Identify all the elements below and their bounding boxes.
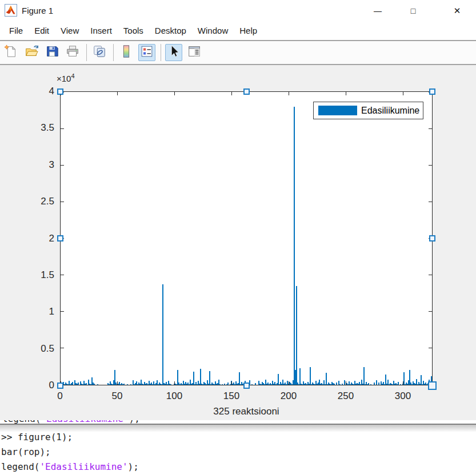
selection-handle[interactable] bbox=[429, 235, 435, 241]
maximize-button[interactable]: □ bbox=[401, 0, 426, 22]
x-tick-mark-top bbox=[346, 92, 346, 95]
bar-series-segment bbox=[296, 286, 297, 385]
console-code-line-2: bar(rop); bbox=[0, 445, 476, 460]
menu-item-desktop[interactable]: Desktop bbox=[149, 22, 192, 40]
selection-handle[interactable] bbox=[243, 383, 250, 389]
code-text: legend( bbox=[1, 461, 39, 472]
legend-color-swatch bbox=[318, 106, 357, 115]
menu-bar: FileEditViewInsertToolsDesktopWindowHelp bbox=[0, 22, 476, 40]
bar-series-segment bbox=[403, 372, 404, 385]
bar-series-segment bbox=[336, 383, 337, 385]
console-code-line-1: >> figure(1); bbox=[0, 430, 476, 445]
menu-item-help[interactable]: Help bbox=[234, 22, 263, 40]
y-tick-mark bbox=[61, 348, 64, 348]
toolbar-print-figure-button[interactable] bbox=[64, 44, 81, 61]
bar-series-segment bbox=[374, 383, 374, 385]
bar-series-segment bbox=[310, 367, 310, 385]
selection-handle[interactable] bbox=[57, 88, 63, 95]
code-string-literal: 'Edasiliikumine' bbox=[39, 461, 127, 472]
bar-series-segment bbox=[376, 380, 377, 385]
selection-handle[interactable] bbox=[57, 383, 63, 389]
y-tick-label: 2.5 bbox=[26, 196, 54, 207]
figure-window: Figure 1 — □ ✕ ➥ FileEditViewInsertTools… bbox=[0, 0, 476, 475]
bar-series-segment bbox=[363, 367, 364, 385]
legend-entry-label: Edasiliikumine bbox=[361, 106, 419, 116]
x-axis-label: 325 reaktsiooni bbox=[60, 406, 433, 417]
x-tick-label: 50 bbox=[97, 391, 137, 402]
y-tick-mark-right bbox=[429, 275, 432, 275]
toolbar-new-figure-button[interactable] bbox=[2, 44, 19, 61]
close-button[interactable]: ✕ bbox=[445, 0, 470, 22]
bar-series-segment bbox=[86, 383, 86, 385]
matlab-logo-icon bbox=[5, 4, 17, 17]
bar-series-segment bbox=[127, 384, 127, 385]
toolbar-edit-plot-button[interactable] bbox=[165, 44, 182, 61]
y-tick-label: 0.5 bbox=[26, 343, 54, 355]
bar-series-segment bbox=[398, 382, 398, 385]
y-tick-label: 3.5 bbox=[26, 122, 54, 134]
bar-series-segment bbox=[255, 383, 255, 385]
toolbar-separator bbox=[86, 44, 87, 61]
menu-item-view[interactable]: View bbox=[55, 22, 85, 40]
bar-series-segment bbox=[251, 384, 252, 385]
x-tick-label: 150 bbox=[211, 391, 251, 402]
x-tick-mark bbox=[117, 381, 118, 385]
y-tick-label: 3 bbox=[26, 159, 54, 171]
y-tick-label: 4 bbox=[26, 86, 54, 97]
menu-item-window[interactable]: Window bbox=[192, 22, 234, 40]
selection-handle[interactable] bbox=[243, 88, 250, 95]
minimize-button[interactable]: — bbox=[365, 0, 390, 22]
x-tick-label: 300 bbox=[383, 391, 423, 402]
bar-series-segment bbox=[334, 384, 334, 385]
selection-handle[interactable] bbox=[57, 235, 63, 241]
code-text: ); bbox=[128, 461, 139, 472]
selection-handle[interactable] bbox=[428, 381, 437, 390]
y-tick-label: 1.5 bbox=[26, 269, 54, 281]
bar-series-segment bbox=[123, 384, 124, 385]
save-icon bbox=[45, 44, 59, 61]
selection-handle[interactable] bbox=[429, 88, 435, 95]
toolbar-insert-legend-button[interactable] bbox=[138, 44, 155, 61]
x-tick-mark-top bbox=[231, 92, 232, 95]
bar-series-segment bbox=[339, 384, 340, 385]
bar-series-segment bbox=[193, 372, 194, 385]
axes-plot-area[interactable] bbox=[60, 91, 433, 385]
toolbar-insert-colorbar-button[interactable] bbox=[118, 44, 135, 61]
legend-icon bbox=[139, 44, 154, 61]
bar-series-segment bbox=[209, 371, 210, 385]
toolbar-link-plot-button[interactable] bbox=[91, 44, 108, 61]
menu-item-insert[interactable]: Insert bbox=[85, 22, 118, 40]
bar-series-segment bbox=[162, 284, 163, 385]
menu-item-tools[interactable]: Tools bbox=[118, 22, 149, 40]
command-window[interactable]: >> figure(1);bar(rop);legend('Edasiliiku… bbox=[0, 425, 476, 475]
bar-series-segment bbox=[94, 384, 94, 385]
bar-series-segment bbox=[200, 369, 201, 385]
toolbar bbox=[0, 41, 476, 64]
y-tick-mark bbox=[61, 311, 64, 312]
bar-series-segment bbox=[170, 384, 171, 385]
y-tick-mark bbox=[61, 202, 64, 202]
bar-series-segment bbox=[344, 380, 345, 385]
y-tick-mark-right bbox=[429, 311, 432, 312]
x-tick-label: 0 bbox=[40, 391, 80, 402]
bar-series-segment bbox=[222, 384, 222, 385]
toolbar-save-figure-button[interactable] bbox=[43, 44, 61, 61]
x-tick-label: 100 bbox=[154, 391, 194, 402]
toolbar-property-inspector-button[interactable] bbox=[186, 44, 203, 61]
console-code-line-3: legend('Edasiliikumine'); bbox=[0, 460, 476, 474]
toolbar-separator bbox=[113, 44, 114, 61]
y-tick-label: 0 bbox=[26, 380, 54, 391]
bar-series-segment bbox=[219, 384, 220, 385]
bar-series-segment bbox=[294, 107, 294, 385]
menu-item-edit[interactable]: Edit bbox=[29, 22, 55, 40]
x-tick-mark-top bbox=[289, 92, 289, 95]
x-tick-mark-top bbox=[117, 92, 118, 95]
toolbar-separator bbox=[161, 44, 161, 61]
code-text: bar(rop); bbox=[1, 446, 51, 457]
legend-box[interactable]: Edasiliikumine bbox=[313, 102, 423, 119]
x-tick-label: 250 bbox=[326, 391, 366, 402]
x-tick-mark bbox=[231, 381, 232, 385]
y-tick-mark bbox=[61, 275, 64, 275]
menu-item-file[interactable]: File bbox=[3, 22, 29, 40]
toolbar-open-file-button[interactable] bbox=[23, 44, 40, 61]
